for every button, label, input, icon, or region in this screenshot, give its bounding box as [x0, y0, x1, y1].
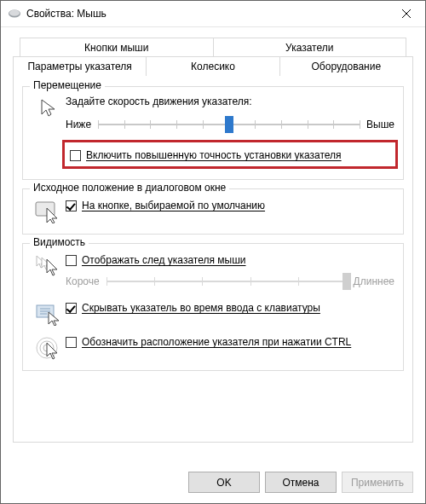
enhance-precision-label: Включить повышенную точность установки у… — [86, 149, 390, 161]
tab-panel-pointer-options: Перемещение Задайте скорость движения ук… — [13, 76, 413, 443]
close-button[interactable] — [387, 2, 425, 26]
pointer-trails-slider — [106, 271, 347, 292]
group-visibility-title: Видимость — [30, 236, 89, 248]
tab-hardware[interactable]: Оборудование — [280, 56, 413, 76]
snap-to-checkbox[interactable] — [66, 200, 77, 211]
tab-wheel[interactable]: Колесико — [147, 56, 279, 76]
ok-button[interactable]: OK — [188, 472, 260, 493]
apply-button[interactable]: Применить — [342, 472, 413, 493]
precision-highlight: Включить повышенную точность установки у… — [62, 140, 398, 169]
pointer-speed-slider[interactable] — [98, 114, 360, 135]
ctrl-locate-checkbox[interactable] — [66, 337, 77, 348]
trail-short-label: Короче — [66, 275, 100, 287]
close-icon — [402, 9, 411, 18]
group-motion: Перемещение Задайте скорость движения ук… — [22, 86, 404, 180]
svg-point-1 — [9, 10, 20, 16]
tab-pointer-options[interactable]: Параметры указателя — [13, 56, 147, 76]
tab-buttons[interactable]: Кнопки мыши — [20, 38, 214, 57]
ctrl-locate-label: Обозначить расположение указателя при на… — [82, 336, 394, 348]
group-snap-title: Исходное положение в диалоговом окне — [30, 182, 229, 194]
tab-pointers[interactable]: Указатели — [214, 38, 407, 57]
enhance-precision-checkbox[interactable] — [70, 150, 81, 161]
pointer-trails-label: Отображать след указателя мыши — [82, 254, 394, 266]
snap-to-label: На кнопке, выбираемой по умолчанию — [82, 200, 394, 211]
group-motion-title: Перемещение — [30, 79, 105, 91]
group-snap: Исходное положение в диалоговом окне На … — [22, 188, 404, 235]
trail-long-label: Длиннее — [354, 275, 394, 287]
ctrl-locate-icon — [35, 336, 62, 360]
snap-to-icon — [35, 200, 62, 223]
speed-fast-label: Выше — [366, 119, 394, 130]
hide-while-typing-checkbox[interactable] — [66, 303, 77, 314]
tab-strip: Кнопки мыши Указатели Параметры указател… — [13, 38, 413, 443]
hide-while-typing-label: Скрывать указатель во время ввода с клав… — [82, 302, 394, 314]
speed-slow-label: Ниже — [66, 119, 91, 130]
mouse-icon — [8, 9, 21, 19]
hide-while-typing-icon — [35, 302, 62, 326]
mouse-properties-window: Свойства: Мышь Кнопки мыши Указатели Пар… — [0, 0, 426, 504]
cancel-button[interactable]: Отмена — [265, 472, 337, 493]
dialog-body: Кнопки мыши Указатели Параметры указател… — [1, 27, 425, 443]
dialog-footer: OK Отмена Применить — [188, 472, 413, 493]
titlebar: Свойства: Мышь — [1, 1, 425, 27]
speed-instruction: Задайте скорость движения указателя: — [66, 96, 394, 107]
pointer-trails-icon — [35, 254, 62, 278]
pointer-trails-checkbox[interactable] — [66, 255, 77, 266]
group-visibility: Видимость Отображать след указателя мыши — [22, 243, 404, 371]
window-title: Свойства: Мышь — [26, 8, 387, 20]
pointer-speed-icon — [38, 97, 59, 118]
